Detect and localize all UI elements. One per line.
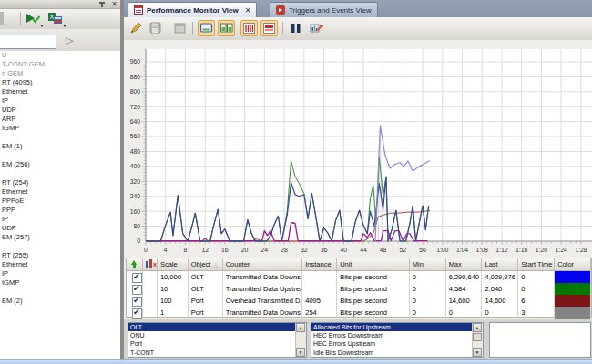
svg-text:4: 4: [164, 247, 168, 253]
svg-text:1:04: 1:04: [456, 247, 468, 253]
pause-button[interactable]: [288, 20, 305, 36]
tab-close-icon[interactable]: ✕: [245, 6, 251, 15]
svg-text:320: 320: [130, 178, 141, 185]
cell-max: 6,290,640: [446, 271, 483, 283]
tree-item[interactable]: IGMP: [0, 278, 119, 288]
apply-filter-button[interactable]: ▷: [60, 33, 77, 47]
statusbar: [124, 359, 592, 364]
run-monitor-icon[interactable]: [25, 11, 45, 26]
column-header-start[interactable]: Start Time: [518, 258, 555, 270]
cell-min: 0: [410, 271, 446, 283]
tree-item[interactable]: EM (256): [0, 160, 119, 169]
counter-checkbox[interactable]: [127, 271, 143, 283]
scrollbar[interactable]: ▲▼: [472, 323, 483, 357]
tree-item[interactable]: [0, 242, 119, 251]
scroll-up-icon[interactable]: ▲: [296, 323, 305, 332]
tree-item[interactable]: UDP: [0, 224, 119, 233]
list-item[interactable]: Idle Bits Downstream: [311, 349, 475, 357]
svg-text:28: 28: [281, 247, 288, 253]
column-header-max[interactable]: Max: [446, 258, 483, 270]
scroll-down-icon[interactable]: ▼: [296, 348, 305, 357]
tree-item[interactable]: UDP: [0, 106, 119, 115]
tab-triggers-events[interactable]: Triggers and Events View: [270, 2, 378, 17]
export-chart-button[interactable]: [308, 20, 325, 36]
tree-item[interactable]: RT (255): [0, 251, 119, 260]
column-header-object[interactable]: Object△: [189, 258, 223, 270]
column-header-min[interactable]: Min: [410, 258, 446, 270]
series-color-swatch: [555, 283, 591, 295]
line-chart-view-button[interactable]: [198, 20, 215, 36]
svg-text:1:00: 1:00: [436, 247, 448, 253]
tree-item[interactable]: PPPoE: [0, 197, 119, 206]
column-header-scale[interactable]: Scale: [158, 258, 189, 270]
tree-item[interactable]: PPP: [0, 206, 119, 215]
cell-instance: [302, 283, 337, 295]
tree-item[interactable]: ARP: [0, 115, 119, 124]
tree-item[interactable]: [0, 151, 119, 160]
column-header-unit[interactable]: Unit: [337, 258, 410, 270]
column-header-color[interactable]: Color: [555, 258, 591, 270]
tree-item[interactable]: IP: [0, 269, 119, 278]
tree-item[interactable]: Ethernet: [0, 260, 119, 269]
save-button[interactable]: [148, 20, 165, 36]
svg-text:24: 24: [261, 247, 269, 253]
tab-performance-monitor[interactable]: Performance Monitor View✕: [128, 2, 257, 17]
tree-item[interactable]: EM (257): [0, 233, 119, 242]
tree-item[interactable]: EM (2): [0, 297, 119, 306]
list-item[interactable]: Allocated Bits for Upstream: [311, 323, 475, 331]
counter-row[interactable]: 10OLTTransmitted Data UpstreamBits per s…: [127, 283, 591, 295]
tree-item[interactable]: [0, 169, 119, 178]
list-item[interactable]: ONU: [128, 331, 298, 339]
tree-item[interactable]: T-CONT GEM: [0, 60, 119, 69]
tree-item[interactable]: U: [0, 51, 119, 60]
list-item[interactable]: T-CONT: [128, 349, 298, 357]
column-header-instance[interactable]: Instance: [302, 258, 337, 270]
tree-item[interactable]: Ethernet: [0, 187, 119, 197]
tree-item[interactable]: IP: [0, 96, 119, 106]
tree-item[interactable]: Ethernet: [0, 87, 119, 96]
tree-item[interactable]: n GEM: [0, 69, 119, 78]
histogram-view-button[interactable]: [240, 20, 258, 36]
scroll-thumb[interactable]: [473, 333, 482, 341]
cell-scale: 10,000: [158, 271, 189, 283]
export-data-icon[interactable]: X: [47, 11, 67, 26]
tree-item[interactable]: [0, 133, 119, 142]
column-header-last[interactable]: Last: [482, 258, 518, 270]
sort-ascending-icon: △: [213, 262, 218, 268]
close-icon[interactable]: ✕: [111, 0, 117, 8]
scroll-down-icon[interactable]: ▼: [473, 348, 482, 357]
list-item[interactable]: HEC Errors Upstream: [311, 339, 475, 348]
tree-item[interactable]: IGMP: [0, 124, 119, 133]
svg-text:8: 8: [184, 247, 188, 253]
counter-row[interactable]: 1PortTransmitted Data Downs...254Bits pe…: [127, 307, 591, 318]
scrollbar[interactable]: ▲▼: [295, 323, 306, 357]
pin-icon[interactable]: [98, 1, 106, 7]
svg-text:16: 16: [221, 247, 229, 253]
svg-text:1:20: 1:20: [536, 247, 547, 253]
counter-checkbox[interactable]: [127, 295, 143, 307]
report-view-button[interactable]: [260, 20, 278, 36]
tree-item[interactable]: EM (1): [0, 142, 119, 151]
tree-item[interactable]: [0, 288, 119, 297]
counter-sort-icon[interactable]: x: [143, 258, 158, 270]
list-item[interactable]: Port: [128, 339, 298, 348]
scroll-up-icon[interactable]: ▲: [473, 323, 482, 332]
counter-checkbox[interactable]: [127, 283, 143, 295]
list-item[interactable]: HEC Errors Downstream: [311, 331, 475, 339]
list-item[interactable]: OLT: [128, 323, 298, 331]
column-header-counter[interactable]: Counter: [223, 258, 303, 270]
counter-checkbox[interactable]: [127, 307, 143, 318]
tree-item[interactable]: RT (254): [0, 178, 119, 187]
tree-item[interactable]: IP: [0, 215, 119, 224]
counter-table: xScaleObject△CounterInstanceUnitMinMaxLa…: [126, 258, 592, 318]
instance-listbox[interactable]: [489, 322, 591, 358]
counter-row[interactable]: 10,000OLTTransmitted Data Downs...Bits p…: [127, 271, 591, 283]
split-chart-view-button[interactable]: [218, 20, 235, 36]
enable-all-icon[interactable]: [127, 258, 143, 270]
edit-button[interactable]: [128, 20, 146, 36]
tree-item[interactable]: RT (4095): [0, 78, 119, 87]
counter-row[interactable]: 100PortOverhead Transmitted D...4095Bits…: [127, 295, 591, 307]
triggers-events-icon: [276, 5, 285, 15]
filter-input[interactable]: [0, 35, 56, 49]
new-view-button[interactable]: [172, 20, 189, 36]
